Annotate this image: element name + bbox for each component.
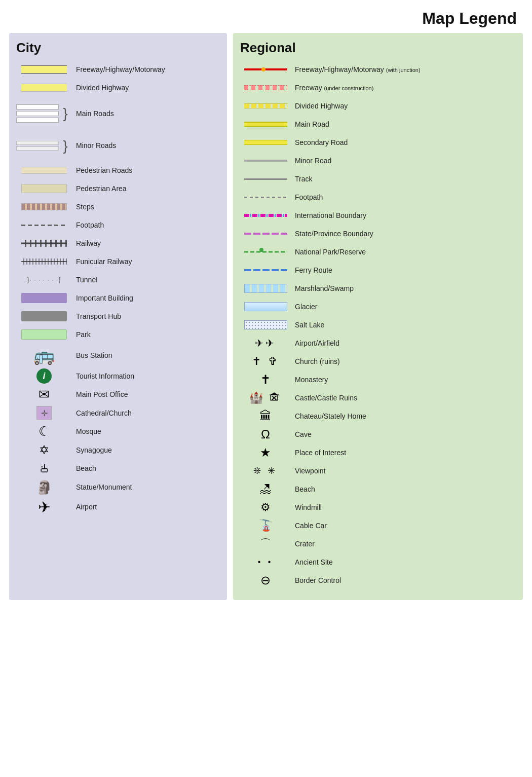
list-item: ⊖ Border Control: [240, 573, 514, 588]
list-item: Salt Lake: [240, 317, 514, 332]
statue-symbol: 🗿: [16, 479, 72, 495]
list-item: Divided Highway: [240, 98, 514, 114]
reg-monastery-label: Monastery: [291, 375, 328, 384]
reg-cave-label: Cave: [291, 430, 312, 439]
bus-symbol: 🚌: [16, 345, 72, 365]
regional-heading: Regional: [240, 40, 514, 56]
reg-monastery-symbol: ✝: [240, 373, 291, 387]
reg-state-label: State/Province Boundary: [291, 229, 373, 238]
divided-hwy-symbol: [16, 84, 72, 92]
list-item: Minor Road: [240, 153, 514, 168]
reg-windmill-symbol: ⚙: [240, 501, 291, 514]
transport-label: Transport Hub: [72, 312, 121, 321]
list-item: National Park/Reserve: [240, 244, 514, 260]
reg-cave-icon: Ω: [261, 427, 270, 441]
list-item: • • Ancient Site: [240, 554, 514, 570]
reg-natpark-symbol: [240, 248, 291, 256]
reg-viewpoint-symbol: ❊ ✳: [240, 465, 291, 476]
reg-ferry-label: Ferry Route: [291, 266, 332, 275]
star-of-david-icon: ✡: [39, 443, 49, 457]
info-icon: i: [36, 368, 52, 384]
reg-church-icon: ✝ ✞: [252, 355, 279, 368]
imp-building-label: Important Building: [72, 293, 133, 303]
reg-ancient-icon: • •: [258, 558, 274, 567]
reg-salt-symbol: [240, 320, 291, 329]
freeway-label: Freeway/Highway/Motorway: [72, 65, 165, 74]
reg-border-label: Border Control: [291, 576, 341, 585]
freeway-symbol: [16, 65, 72, 74]
steps-label: Steps: [72, 202, 94, 211]
columns-wrapper: City Freeway/Highway/Motorway Divided Hi…: [0, 33, 532, 610]
reg-chateau-icon: 🏛: [259, 409, 272, 423]
list-item: 🗿 Statue/Monument: [16, 479, 218, 495]
list-item: Pedestrian Roads: [16, 163, 218, 178]
reg-airport-icon: ✈✈: [255, 337, 276, 349]
list-item: ✛ Cathedral/Church: [16, 405, 218, 421]
imp-building-symbol: [16, 293, 72, 303]
main-roads-label: Main Roads: [72, 109, 114, 118]
reg-marsh-label: Marshland/Swamp: [291, 284, 354, 293]
beach-city-symbol: ꀬ: [16, 461, 72, 476]
reg-cable-symbol: 🚡: [240, 519, 291, 532]
reg-crater-symbol: ⌒: [240, 536, 291, 551]
cathedral-symbol: ✛: [16, 406, 72, 420]
list-item: ✈ Airport: [16, 498, 218, 516]
reg-footpath-symbol: [240, 197, 291, 198]
reg-crater-icon: ⌒: [260, 536, 271, 551]
list-item: Marshland/Swamp: [240, 281, 514, 296]
list-item: Park: [16, 327, 218, 342]
reg-state-symbol: [240, 233, 291, 235]
list-item: ✝ ✞ Church (ruins): [240, 354, 514, 369]
city-heading: City: [16, 40, 218, 56]
list-item: ꀬ Beach: [16, 461, 218, 476]
reg-freeway-constr-label: Freeway (under construction): [291, 83, 373, 92]
tunnel-symbol: }· · · · · · ·{: [16, 276, 72, 283]
reg-cable-label: Cable Car: [291, 521, 327, 530]
list-item: Pedestrian Area: [16, 181, 218, 196]
list-item: Freeway/Highway/Motorway: [16, 62, 218, 77]
reg-minor-label: Minor Road: [291, 156, 331, 165]
reg-divided-label: Divided Highway: [291, 101, 348, 110]
reg-castle-label: Castle/Castle Ruins: [291, 393, 357, 402]
reg-cable-icon: 🚡: [259, 519, 273, 532]
list-item: } Main Roads: [16, 98, 218, 129]
tourist-label: Tourist Information: [72, 372, 134, 381]
list-item: ★ Place of Interest: [240, 445, 514, 460]
airport-city-label: Airport: [72, 502, 97, 511]
reg-secondary-symbol: [240, 140, 291, 145]
transport-symbol: [16, 311, 72, 321]
synagogue-symbol: ✡: [16, 443, 72, 457]
list-item: Secondary Road: [240, 135, 514, 150]
beach-city-icon: ꀬ: [37, 461, 51, 476]
reg-cave-symbol: Ω: [240, 427, 291, 441]
reg-track-symbol: [240, 178, 291, 180]
synagogue-label: Synagogue: [72, 446, 112, 455]
ped-area-symbol: [16, 184, 72, 193]
tunnel-label: Tunnel: [72, 275, 97, 284]
list-item: Freeway/Highway/Motorway (with junction): [240, 62, 514, 77]
park-symbol: [16, 329, 72, 340]
mosque-icon: ☾: [39, 424, 50, 439]
reg-airport-symbol: ✈✈: [240, 337, 291, 349]
list-item: 🏖 Beach: [240, 482, 514, 497]
reg-secondary-label: Secondary Road: [291, 138, 348, 147]
reg-airport-label: Airport/Airfield: [291, 339, 339, 348]
reg-intl-symbol: [240, 214, 291, 217]
statue-label: Statue/Monument: [72, 483, 132, 492]
list-item: Ferry Route: [240, 263, 514, 278]
beach-city-label: Beach: [72, 464, 96, 473]
list-item: Ω Cave: [240, 427, 514, 442]
ped-area-label: Pedestrian Area: [72, 184, 127, 193]
reg-freeway-label: Freeway/Highway/Motorway (with junction): [291, 65, 421, 74]
reg-marsh-symbol: [240, 284, 291, 293]
reg-chateau-label: Chateau/Stately Home: [291, 412, 366, 421]
reg-glacier-symbol: [240, 302, 291, 311]
divided-hwy-label: Divided Highway: [72, 83, 129, 92]
list-item: } Minor Roads: [16, 132, 218, 160]
list-item: Railway: [16, 236, 218, 251]
reg-castle-icon: 🏰 🏚: [249, 391, 282, 404]
list-item: 🚌 Bus Station: [16, 345, 218, 365]
reg-church-label: Church (ruins): [291, 357, 340, 366]
reg-ferry-symbol: [240, 269, 291, 271]
page-title: Map Legend: [0, 0, 532, 33]
